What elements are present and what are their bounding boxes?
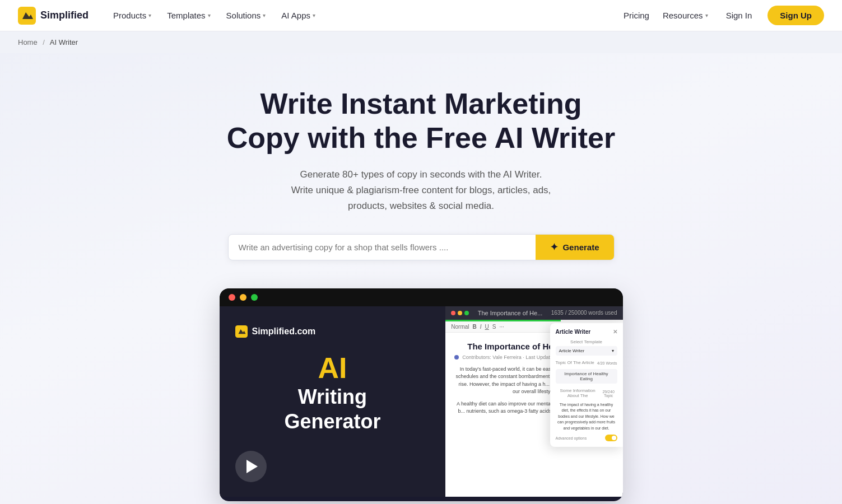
ai-panel-title-text: Article Writer bbox=[556, 329, 591, 335]
nav-templates-label: Templates bbox=[167, 11, 205, 20]
hero-subtitle: Generate 80+ types of copy in seconds wi… bbox=[259, 167, 584, 214]
copy-input[interactable] bbox=[229, 235, 536, 260]
info-label: Some Information About The bbox=[556, 388, 600, 398]
window-close-dot bbox=[229, 294, 235, 301]
format-more[interactable]: ··· bbox=[499, 324, 504, 330]
simplified-logo-icon bbox=[18, 7, 36, 25]
video-brand: Simplified.com bbox=[235, 325, 430, 338]
chevron-down-icon: ▾ bbox=[263, 12, 266, 18]
breadcrumb-home[interactable]: Home bbox=[18, 38, 38, 46]
template-select-value: Article Writer bbox=[559, 348, 585, 353]
topic-word-count: 4/20 Words bbox=[597, 361, 617, 365]
format-italic[interactable]: I bbox=[480, 324, 482, 330]
select-template-label: Select Template bbox=[556, 339, 617, 344]
nav-ai-apps-label: AI Apps bbox=[281, 11, 310, 20]
meta-dot bbox=[454, 355, 459, 360]
chevron-down-icon: ▾ bbox=[612, 348, 614, 353]
topic-label: Topic Of The Article bbox=[556, 360, 594, 365]
nav-products-label: Products bbox=[113, 11, 146, 20]
window-minimize-dot bbox=[240, 294, 246, 301]
editor-doc-title: The Importance of He... bbox=[471, 310, 548, 316]
advanced-toggle[interactable] bbox=[605, 435, 617, 441]
toolbar-dot-green bbox=[464, 311, 469, 315]
video-right-panel: The Importance of He... 1635 / 250000 wo… bbox=[445, 306, 622, 497]
navbar: Simplified Products ▾ Templates ▾ Soluti… bbox=[0, 0, 842, 31]
template-select[interactable]: Article Writer ▾ bbox=[556, 346, 617, 356]
play-triangle-icon bbox=[246, 460, 258, 473]
video-content: Simplified.com AI Writing Generator bbox=[220, 306, 623, 497]
format-bold[interactable]: B bbox=[473, 324, 477, 330]
generate-button[interactable]: ✦ Generate bbox=[536, 235, 613, 260]
logo-link[interactable]: Simplified bbox=[18, 7, 89, 25]
window-maximize-dot bbox=[251, 294, 258, 301]
nav-ai-apps[interactable]: AI Apps ▾ bbox=[275, 6, 322, 25]
wand-icon: ✦ bbox=[550, 241, 558, 253]
video-preview: Simplified.com AI Writing Generator bbox=[220, 288, 623, 501]
chevron-down-icon: ▾ bbox=[148, 12, 151, 18]
chevron-down-icon: ▾ bbox=[313, 12, 315, 18]
format-normal[interactable]: Normal bbox=[451, 324, 469, 330]
info-word-count: 29/240 Topic bbox=[600, 390, 617, 398]
topic-input[interactable]: Importance of Healthy Eating bbox=[556, 369, 617, 384]
nav-solutions-label: Solutions bbox=[226, 11, 261, 20]
play-button[interactable] bbox=[235, 451, 267, 482]
video-writing-label: Writing bbox=[235, 387, 430, 407]
chevron-down-icon: ▾ bbox=[208, 12, 211, 18]
info-label-row: Some Information About The 29/240 Topic bbox=[556, 388, 617, 400]
ai-panel-close-button[interactable]: ✕ bbox=[613, 329, 617, 335]
breadcrumb-separator: / bbox=[43, 38, 45, 46]
hero-title: Write Instant Marketing Copy with the Fr… bbox=[225, 87, 617, 156]
chevron-down-icon: ▾ bbox=[705, 12, 708, 18]
navbar-nav: Products ▾ Templates ▾ Solutions ▾ AI Ap… bbox=[106, 6, 621, 25]
toolbar-dot-red bbox=[451, 311, 455, 315]
video-preview-wrapper: Simplified.com AI Writing Generator bbox=[220, 288, 623, 501]
ai-panel-body-text: The impact of having a healthy diet, the… bbox=[556, 402, 617, 432]
generate-label: Generate bbox=[562, 242, 599, 252]
nav-products[interactable]: Products ▾ bbox=[106, 6, 158, 25]
video-ai-label: AI bbox=[235, 353, 430, 382]
hero-subtitle-line1: Generate 80+ types of copy in seconds wi… bbox=[300, 169, 542, 180]
nav-templates[interactable]: Templates ▾ bbox=[160, 6, 217, 25]
word-count-display: 1635 / 250000 words used bbox=[551, 310, 617, 316]
brand-name: Simplified bbox=[40, 10, 89, 21]
search-bar: ✦ Generate bbox=[228, 234, 615, 260]
toolbar-dot-yellow bbox=[458, 311, 462, 315]
ai-writer-panel: Article Writer ✕ Select Template Article… bbox=[550, 323, 623, 447]
video-top-bar bbox=[220, 288, 623, 306]
format-underline[interactable]: U bbox=[485, 324, 489, 330]
breadcrumb-current: AI Writer bbox=[50, 38, 78, 46]
hero-section: Write Instant Marketing Copy with the Fr… bbox=[0, 53, 842, 504]
topic-label-row: Topic Of The Article 4/20 Words bbox=[556, 360, 617, 367]
editor-toolbar: The Importance of He... 1635 / 250000 wo… bbox=[445, 306, 622, 320]
signup-button[interactable]: Sign Up bbox=[767, 6, 824, 25]
video-brand-text: Simplified.com bbox=[252, 326, 316, 337]
hero-subtitle-line3: products, websites & social media. bbox=[348, 200, 494, 211]
video-left-panel: Simplified.com AI Writing Generator bbox=[220, 306, 446, 497]
nav-resources-label: Resources bbox=[663, 11, 703, 20]
advanced-options-row: Advanced options bbox=[556, 435, 617, 441]
nav-signin[interactable]: Sign In bbox=[719, 6, 759, 25]
video-logo-icon bbox=[235, 325, 248, 338]
nav-solutions[interactable]: Solutions ▾ bbox=[220, 6, 273, 25]
advanced-options-label: Advanced options bbox=[556, 436, 587, 440]
ai-panel-title: Article Writer ✕ bbox=[556, 329, 617, 335]
navbar-right: Pricing Resources ▾ Sign In Sign Up bbox=[621, 6, 824, 25]
format-strikethrough[interactable]: S bbox=[492, 324, 496, 330]
video-generator-label: Generator bbox=[235, 412, 430, 432]
nav-pricing[interactable]: Pricing bbox=[621, 6, 652, 25]
nav-resources[interactable]: Resources ▾ bbox=[660, 6, 710, 25]
breadcrumb: Home / AI Writer bbox=[0, 31, 842, 53]
hero-subtitle-line2: Write unique & plagiarism-free content f… bbox=[291, 185, 551, 195]
